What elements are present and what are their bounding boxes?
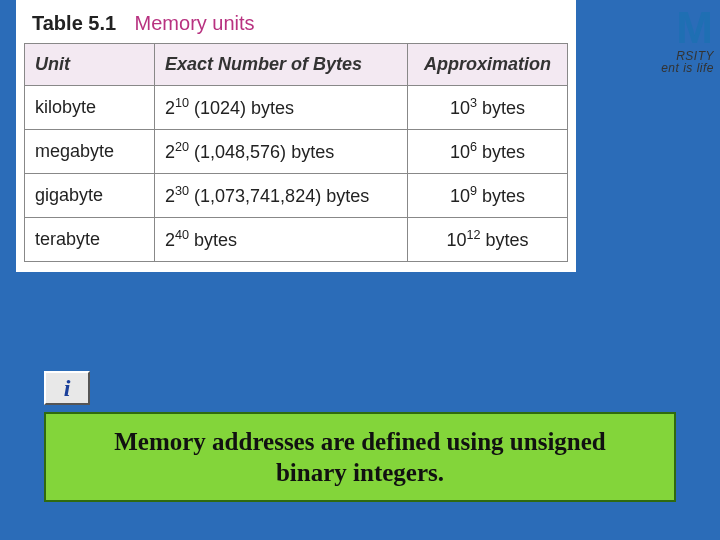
table-row: megabyte 220 (1,048,576) bytes 106 bytes: [25, 130, 568, 174]
info-icon: i: [64, 375, 71, 402]
note-text-line2: binary integers.: [56, 457, 664, 488]
table-header-row: Unit Exact Number of Bytes Approximation: [25, 44, 568, 86]
cell-unit: gigabyte: [25, 174, 155, 218]
cell-exact: 230 (1,073,741,824) bytes: [155, 174, 408, 218]
cell-approx: 103 bytes: [408, 86, 568, 130]
col-header-exact: Exact Number of Bytes: [155, 44, 408, 86]
cell-approx: 1012 bytes: [408, 218, 568, 262]
table-row: kilobyte 210 (1024) bytes 103 bytes: [25, 86, 568, 130]
logo-letter: M: [574, 6, 714, 50]
university-logo: M RSITY ent is life: [574, 6, 714, 74]
col-header-unit: Unit: [25, 44, 155, 86]
table-title: Table 5.1 Memory units: [32, 12, 564, 35]
logo-subtext-2: ent is life: [574, 62, 714, 74]
table-number: Table 5.1: [32, 12, 116, 34]
logo-subtext-1: RSITY: [574, 50, 714, 62]
col-header-approx: Approximation: [408, 44, 568, 86]
cell-exact: 210 (1024) bytes: [155, 86, 408, 130]
cell-approx: 106 bytes: [408, 130, 568, 174]
cell-exact: 220 (1,048,576) bytes: [155, 130, 408, 174]
slide: M RSITY ent is life Table 5.1 Memory uni…: [0, 0, 720, 540]
cell-unit: terabyte: [25, 218, 155, 262]
info-button[interactable]: i: [44, 371, 90, 405]
memory-units-table-card: Table 5.1 Memory units Unit Exact Number…: [16, 0, 576, 272]
table-row: terabyte 240 bytes 1012 bytes: [25, 218, 568, 262]
cell-approx: 109 bytes: [408, 174, 568, 218]
cell-unit: megabyte: [25, 130, 155, 174]
cell-unit: kilobyte: [25, 86, 155, 130]
table-row: gigabyte 230 (1,073,741,824) bytes 109 b…: [25, 174, 568, 218]
note-callout: Memory addresses are defined using unsig…: [44, 412, 676, 503]
table-caption: Memory units: [135, 12, 255, 34]
cell-exact: 240 bytes: [155, 218, 408, 262]
memory-units-table: Unit Exact Number of Bytes Approximation…: [24, 43, 568, 262]
note-text-line1: Memory addresses are defined using unsig…: [56, 426, 664, 457]
